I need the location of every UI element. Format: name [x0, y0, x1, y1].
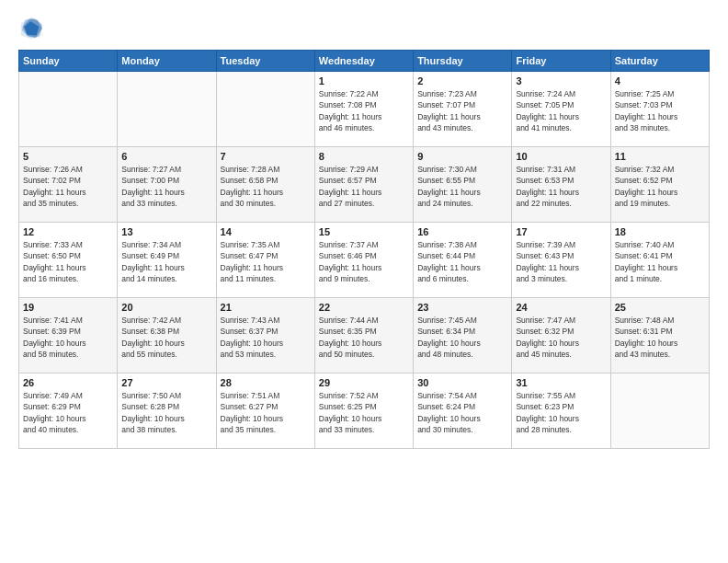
day-cell: 10Sunrise: 7:31 AM Sunset: 6:53 PM Dayli… [512, 147, 610, 223]
day-cell: 20Sunrise: 7:42 AM Sunset: 6:38 PM Dayli… [118, 298, 216, 373]
day-number: 7 [221, 151, 311, 162]
day-cell: 13Sunrise: 7:34 AM Sunset: 6:49 PM Dayli… [118, 223, 216, 298]
day-cell: 25Sunrise: 7:48 AM Sunset: 6:31 PM Dayli… [610, 298, 709, 373]
day-info: Sunrise: 7:44 AM Sunset: 6:35 PM Dayligh… [319, 315, 409, 360]
day-cell: 30Sunrise: 7:54 AM Sunset: 6:24 PM Dayli… [414, 373, 512, 449]
day-cell: 7Sunrise: 7:28 AM Sunset: 6:58 PM Daylig… [216, 147, 314, 223]
day-number: 18 [615, 226, 705, 237]
week-row-5: 26Sunrise: 7:49 AM Sunset: 6:29 PM Dayli… [19, 373, 710, 449]
day-cell: 23Sunrise: 7:45 AM Sunset: 6:34 PM Dayli… [414, 298, 512, 373]
day-info: Sunrise: 7:38 AM Sunset: 6:44 PM Dayligh… [417, 239, 507, 284]
day-info: Sunrise: 7:47 AM Sunset: 6:32 PM Dayligh… [516, 315, 606, 360]
day-number: 31 [516, 377, 606, 388]
week-row-1: 1Sunrise: 7:22 AM Sunset: 7:08 PM Daylig… [19, 72, 710, 147]
day-info: Sunrise: 7:48 AM Sunset: 6:31 PM Dayligh… [615, 315, 705, 360]
day-headers-row: SundayMondayTuesdayWednesdayThursdayFrid… [19, 51, 710, 72]
day-cell: 12Sunrise: 7:33 AM Sunset: 6:50 PM Dayli… [19, 223, 118, 298]
day-info: Sunrise: 7:51 AM Sunset: 6:27 PM Dayligh… [221, 390, 311, 435]
calendar-header [18, 15, 710, 40]
day-header-tuesday: Tuesday [216, 51, 314, 72]
day-cell: 6Sunrise: 7:27 AM Sunset: 7:00 PM Daylig… [118, 147, 216, 223]
day-info: Sunrise: 7:26 AM Sunset: 7:02 PM Dayligh… [23, 164, 113, 209]
day-number: 9 [417, 151, 507, 162]
day-info: Sunrise: 7:32 AM Sunset: 6:52 PM Dayligh… [615, 164, 705, 209]
day-number: 14 [221, 226, 311, 237]
day-cell: 15Sunrise: 7:37 AM Sunset: 6:46 PM Dayli… [314, 223, 413, 298]
day-number: 29 [319, 377, 409, 388]
day-number: 8 [319, 151, 409, 162]
day-cell: 28Sunrise: 7:51 AM Sunset: 6:27 PM Dayli… [216, 373, 314, 449]
day-info: Sunrise: 7:45 AM Sunset: 6:34 PM Dayligh… [417, 315, 507, 360]
day-number: 3 [516, 75, 606, 86]
logo [18, 15, 48, 40]
week-row-4: 19Sunrise: 7:41 AM Sunset: 6:39 PM Dayli… [19, 298, 710, 373]
week-row-3: 12Sunrise: 7:33 AM Sunset: 6:50 PM Dayli… [19, 223, 710, 298]
day-info: Sunrise: 7:29 AM Sunset: 6:57 PM Dayligh… [319, 164, 409, 209]
day-cell: 11Sunrise: 7:32 AM Sunset: 6:52 PM Dayli… [610, 147, 709, 223]
day-cell: 5Sunrise: 7:26 AM Sunset: 7:02 PM Daylig… [19, 147, 118, 223]
day-number: 22 [319, 302, 409, 313]
day-cell: 2Sunrise: 7:23 AM Sunset: 7:07 PM Daylig… [414, 72, 512, 147]
day-number: 19 [23, 302, 113, 313]
day-cell: 24Sunrise: 7:47 AM Sunset: 6:32 PM Dayli… [512, 298, 610, 373]
day-number: 21 [221, 302, 311, 313]
day-info: Sunrise: 7:35 AM Sunset: 6:47 PM Dayligh… [221, 239, 311, 284]
day-info: Sunrise: 7:31 AM Sunset: 6:53 PM Dayligh… [516, 164, 606, 209]
day-number: 30 [417, 377, 507, 388]
day-number: 10 [516, 151, 606, 162]
calendar-body: 1Sunrise: 7:22 AM Sunset: 7:08 PM Daylig… [19, 72, 710, 449]
day-cell: 27Sunrise: 7:50 AM Sunset: 6:28 PM Dayli… [118, 373, 216, 449]
day-number: 23 [417, 302, 507, 313]
day-info: Sunrise: 7:24 AM Sunset: 7:05 PM Dayligh… [516, 88, 606, 133]
day-info: Sunrise: 7:28 AM Sunset: 6:58 PM Dayligh… [221, 164, 311, 209]
day-number: 4 [615, 75, 705, 86]
day-number: 28 [221, 377, 311, 388]
day-cell: 9Sunrise: 7:30 AM Sunset: 6:55 PM Daylig… [414, 147, 512, 223]
day-info: Sunrise: 7:37 AM Sunset: 6:46 PM Dayligh… [319, 239, 409, 284]
day-cell: 29Sunrise: 7:52 AM Sunset: 6:25 PM Dayli… [314, 373, 413, 449]
day-header-friday: Friday [512, 51, 610, 72]
day-info: Sunrise: 7:40 AM Sunset: 6:41 PM Dayligh… [615, 239, 705, 284]
day-number: 6 [121, 151, 211, 162]
day-number: 2 [417, 75, 507, 86]
day-header-sunday: Sunday [19, 51, 118, 72]
day-number: 12 [23, 226, 113, 237]
day-cell: 21Sunrise: 7:43 AM Sunset: 6:37 PM Dayli… [216, 298, 314, 373]
day-info: Sunrise: 7:30 AM Sunset: 6:55 PM Dayligh… [417, 164, 507, 209]
day-cell [118, 72, 216, 147]
day-cell: 31Sunrise: 7:55 AM Sunset: 6:23 PM Dayli… [512, 373, 610, 449]
day-header-wednesday: Wednesday [314, 51, 413, 72]
day-number: 17 [516, 226, 606, 237]
day-cell: 8Sunrise: 7:29 AM Sunset: 6:57 PM Daylig… [314, 147, 413, 223]
day-cell: 4Sunrise: 7:25 AM Sunset: 7:03 PM Daylig… [610, 72, 709, 147]
calendar-container: SundayMondayTuesdayWednesdayThursdayFrid… [0, 0, 728, 563]
day-number: 20 [121, 302, 211, 313]
day-cell: 16Sunrise: 7:38 AM Sunset: 6:44 PM Dayli… [414, 223, 512, 298]
day-header-saturday: Saturday [610, 51, 709, 72]
day-number: 16 [417, 226, 507, 237]
week-row-2: 5Sunrise: 7:26 AM Sunset: 7:02 PM Daylig… [19, 147, 710, 223]
day-cell: 17Sunrise: 7:39 AM Sunset: 6:43 PM Dayli… [512, 223, 610, 298]
day-number: 15 [319, 226, 409, 237]
day-info: Sunrise: 7:39 AM Sunset: 6:43 PM Dayligh… [516, 239, 606, 284]
day-number: 26 [23, 377, 113, 388]
day-header-thursday: Thursday [414, 51, 512, 72]
day-cell [610, 373, 709, 449]
calendar-table: SundayMondayTuesdayWednesdayThursdayFrid… [18, 50, 710, 449]
day-info: Sunrise: 7:34 AM Sunset: 6:49 PM Dayligh… [121, 239, 211, 284]
day-number: 5 [23, 151, 113, 162]
day-number: 13 [121, 226, 211, 237]
day-info: Sunrise: 7:33 AM Sunset: 6:50 PM Dayligh… [23, 239, 113, 284]
day-info: Sunrise: 7:50 AM Sunset: 6:28 PM Dayligh… [121, 390, 211, 435]
day-info: Sunrise: 7:52 AM Sunset: 6:25 PM Dayligh… [319, 390, 409, 435]
day-info: Sunrise: 7:23 AM Sunset: 7:07 PM Dayligh… [417, 88, 507, 133]
day-cell: 26Sunrise: 7:49 AM Sunset: 6:29 PM Dayli… [19, 373, 118, 449]
day-number: 1 [319, 75, 409, 86]
day-number: 27 [121, 377, 211, 388]
day-info: Sunrise: 7:41 AM Sunset: 6:39 PM Dayligh… [23, 315, 113, 360]
day-cell [216, 72, 314, 147]
logo-icon [18, 15, 44, 40]
day-cell: 22Sunrise: 7:44 AM Sunset: 6:35 PM Dayli… [314, 298, 413, 373]
day-info: Sunrise: 7:54 AM Sunset: 6:24 PM Dayligh… [417, 390, 507, 435]
day-cell: 1Sunrise: 7:22 AM Sunset: 7:08 PM Daylig… [314, 72, 413, 147]
